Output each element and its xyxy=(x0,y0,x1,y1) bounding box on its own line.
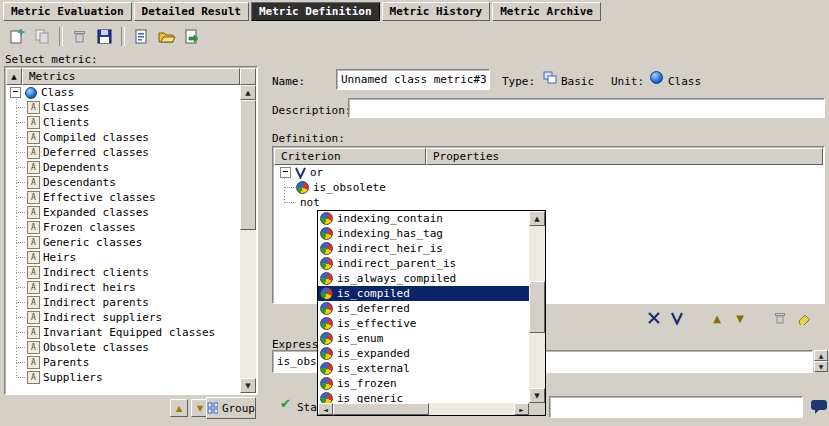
new-metric-button[interactable] xyxy=(5,25,30,48)
collapse-icon[interactable] xyxy=(280,167,291,178)
criterion-option[interactable]: indirect_heir_is xyxy=(318,241,529,256)
scroll-down-icon[interactable]: ▼ xyxy=(814,361,828,372)
sort-ascending-icon[interactable]: ▲ xyxy=(6,68,22,85)
tab[interactable]: Metric Evaluation xyxy=(3,2,132,21)
metric-tree-item[interactable]: Expanded classes xyxy=(6,205,240,220)
scroll-up-icon[interactable]: ▲ xyxy=(240,85,256,100)
scroll-right-icon[interactable]: ► xyxy=(514,403,529,415)
metric-tree-item-label: Generic classes xyxy=(43,236,142,249)
scroll-left-icon[interactable]: ◄ xyxy=(318,403,333,415)
criterion-row-or[interactable]: or xyxy=(274,165,823,180)
tab[interactable]: Metric Archive xyxy=(492,2,601,21)
metric-tree: Class Classes Clients Compiled classes D… xyxy=(6,85,240,393)
metric-tree-root[interactable]: Class xyxy=(6,85,240,100)
metric-icon xyxy=(27,161,40,174)
criterion-column-header[interactable]: Criterion xyxy=(274,148,426,165)
delete-metric-button[interactable] xyxy=(67,25,92,48)
criterion-row-label: is_obsolete xyxy=(313,181,386,194)
criterion-row-is-obsolete[interactable]: is_obsolete xyxy=(274,180,823,195)
metric-tree-item[interactable]: Suppliers xyxy=(6,370,240,385)
criterion-option[interactable]: is_compiled xyxy=(318,286,529,301)
definition-table-header: Criterion Properties xyxy=(274,148,823,165)
criterion-option[interactable]: is_expanded xyxy=(318,346,529,361)
criterion-option[interactable]: indexing_has_tag xyxy=(318,226,529,241)
criterion-option[interactable]: is_generic xyxy=(318,391,529,403)
scroll-up-icon[interactable]: ▲ xyxy=(529,211,545,226)
metric-tree-item[interactable]: Parents xyxy=(6,355,240,370)
metric-tree-item[interactable]: Deferred classes xyxy=(6,145,240,160)
eraser-icon xyxy=(796,311,811,325)
metric-tree-item[interactable]: Dependents xyxy=(6,160,240,175)
name-input[interactable] xyxy=(336,69,490,90)
tree-vertical-scrollbar[interactable]: ▲ ▼ xyxy=(240,85,256,393)
criterion-option-label: indirect_heir_is xyxy=(337,242,443,255)
metric-tool-window: Metric Evaluation Detailed Result Metric… xyxy=(0,0,829,426)
metric-icon xyxy=(27,221,40,234)
import-metric-button[interactable] xyxy=(129,25,154,48)
description-input[interactable] xyxy=(348,98,825,118)
change-operator-button[interactable] xyxy=(667,309,687,327)
criterion-option[interactable]: is_external xyxy=(318,361,529,376)
metric-icon xyxy=(27,116,40,129)
scroll-up-icon[interactable]: ▲ xyxy=(814,350,828,361)
group-button-label: Group xyxy=(222,402,255,415)
move-criterion-down-button[interactable]: ▼ xyxy=(730,309,750,327)
criterion-option[interactable]: is_frozen xyxy=(318,376,529,391)
remove-criterion-button[interactable] xyxy=(770,309,790,327)
metric-tree-item[interactable]: Descendants xyxy=(6,175,240,190)
metric-tree-item[interactable]: Indirect suppliers xyxy=(6,310,240,325)
properties-column-header[interactable]: Properties xyxy=(426,148,823,165)
metric-tree-item[interactable]: Compiled classes xyxy=(6,130,240,145)
copy-metric-button[interactable] xyxy=(30,25,55,48)
criterion-option[interactable]: is_always_compiled xyxy=(318,271,529,286)
scroll-down-icon[interactable]: ▼ xyxy=(529,388,545,403)
tab[interactable]: Metric History xyxy=(382,2,491,21)
open-metric-file-button[interactable] xyxy=(154,25,179,48)
expression-scroll: ▲ ▼ xyxy=(814,350,828,372)
dropdown-horizontal-scrollbar[interactable]: ◄ ► xyxy=(318,403,529,415)
criterion-option[interactable]: indexing_contain xyxy=(318,211,529,226)
tab[interactable]: Metric Definition xyxy=(251,2,380,21)
scroll-down-icon[interactable]: ▼ xyxy=(240,378,256,393)
comment-button[interactable] xyxy=(809,397,829,417)
criterion-option-label: is_deferred xyxy=(337,302,410,315)
criterion-option-label: indirect_parent_is xyxy=(337,257,456,270)
scrollbar-thumb[interactable] xyxy=(529,281,545,333)
tree-connector-line xyxy=(16,99,17,377)
collapse-icon[interactable] xyxy=(10,87,21,98)
export-metric-button[interactable] xyxy=(179,25,204,48)
scrollbar-thumb[interactable] xyxy=(333,403,429,415)
metric-tree-item[interactable]: Obsolete classes xyxy=(6,340,240,355)
metric-tree-item[interactable]: Effective classes xyxy=(6,190,240,205)
erase-criterion-button[interactable] xyxy=(793,309,813,327)
metric-tree-item-label: Effective classes xyxy=(43,191,156,204)
save-metric-button[interactable] xyxy=(92,25,117,48)
criterion-option[interactable]: is_deferred xyxy=(318,301,529,316)
criterion-option[interactable]: is_enum xyxy=(318,331,529,346)
criterion-icon xyxy=(320,257,333,270)
criterion-option[interactable]: indirect_parent_is xyxy=(318,256,529,271)
metric-tree-item[interactable]: Classes xyxy=(6,100,240,115)
scrollbar-thumb[interactable] xyxy=(240,100,256,230)
move-up-button[interactable]: ▲ xyxy=(170,399,188,417)
metric-tree-item[interactable]: Indirect clients xyxy=(6,265,240,280)
exchange-criterion-button[interactable] xyxy=(644,309,664,327)
metric-icon xyxy=(27,101,40,114)
metric-tree-item[interactable]: Clients xyxy=(6,115,240,130)
tab[interactable]: Detailed Result xyxy=(134,2,249,21)
metric-tree-item[interactable]: Indirect parents xyxy=(6,295,240,310)
criterion-row-not[interactable]: not xyxy=(274,195,823,210)
metric-tree-item[interactable]: Generic classes xyxy=(6,235,240,250)
criterion-option[interactable]: is_effective xyxy=(318,316,529,331)
metric-tree-item[interactable]: Invariant Equipped classes xyxy=(6,325,240,340)
dropdown-vertical-scrollbar[interactable]: ▲ ▼ xyxy=(529,211,545,403)
metric-tree-item[interactable]: Heirs xyxy=(6,250,240,265)
status-input[interactable] xyxy=(549,396,803,418)
criterion-option-label: indexing_contain xyxy=(337,212,443,225)
metric-tree-item[interactable]: Frozen classes xyxy=(6,220,240,235)
metrics-column-header[interactable]: Metrics xyxy=(22,68,240,85)
metric-tree-item-label: Classes xyxy=(43,101,89,114)
metric-tree-item[interactable]: Indirect heirs xyxy=(6,280,240,295)
group-button[interactable]: Group xyxy=(206,397,256,419)
move-criterion-up-button[interactable]: ▲ xyxy=(707,309,727,327)
